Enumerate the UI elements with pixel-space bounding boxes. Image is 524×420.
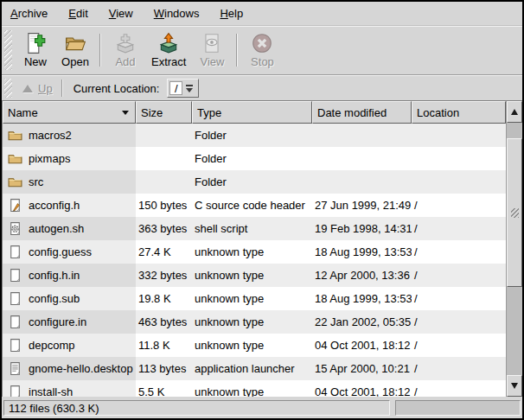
plain-file-icon: [8, 385, 22, 397]
file-type: unknown type: [195, 269, 264, 282]
c-header-file-icon: [8, 198, 22, 213]
file-date-modified: 22 Jan 2002, 05:35: [315, 315, 411, 328]
table-row[interactable]: config.h.in 332 bytes unknown type 12 Ap…: [3, 264, 506, 287]
table-row[interactable]: gnome-hello.desktop 113 bytes applicatio…: [3, 357, 506, 380]
file-size: 332 bytes: [138, 269, 187, 282]
file-location: /: [414, 199, 418, 212]
toolbar-group-separator: [236, 34, 238, 67]
stop-button-label: Stop: [251, 56, 274, 68]
plain-file-icon: [8, 338, 22, 353]
file-type: Folder: [195, 129, 227, 142]
extract-button-label: Extract: [151, 56, 186, 68]
file-location: /: [414, 292, 418, 305]
new-button-label: New: [24, 56, 47, 68]
table-header-row: NameSizeTypeDate modifiedLocation: [3, 101, 506, 124]
table-row[interactable]: depcomp 11.8 K unknown type 04 Oct 2001,…: [3, 334, 506, 357]
open-button[interactable]: Open: [55, 30, 95, 70]
file-location: /: [414, 362, 418, 375]
status-resize-area: [395, 400, 521, 416]
table-row[interactable]: src Folder: [3, 170, 506, 194]
file-name: configure.in: [29, 315, 86, 328]
combobox-dropdown-button[interactable]: [182, 81, 196, 95]
column-header-label: Location: [417, 106, 459, 119]
plain-file-icon: [8, 245, 22, 259]
scroll-up-button[interactable]: [507, 101, 522, 123]
file-size: 113 bytes: [138, 362, 186, 375]
menu-label-mnemonic: W: [154, 7, 164, 20]
launcher-file-icon: [8, 361, 22, 376]
scroll-up-icon: [511, 109, 518, 115]
menu-label: iew: [116, 7, 133, 20]
toolbar-drag-handle[interactable]: [4, 30, 12, 70]
column-header-size[interactable]: Size: [136, 101, 192, 124]
file-list-view: NameSizeTypeDate modifiedLocation macros…: [2, 100, 522, 397]
table-row[interactable]: config.sub 19.8 K unknown type 18 Aug 19…: [3, 287, 506, 310]
new-button[interactable]: New: [16, 30, 55, 70]
toolbar-group-separator: [99, 34, 101, 67]
menu-edit[interactable]: Edit: [67, 4, 89, 22]
file-type: Folder: [195, 175, 227, 188]
location-combobox[interactable]: /: [167, 79, 199, 98]
extract-button[interactable]: Extract: [145, 30, 192, 70]
location-bar-drag-handle[interactable]: [4, 79, 12, 98]
column-header-name[interactable]: Name: [3, 101, 136, 124]
location-bar: Up Current Location: /: [2, 76, 522, 100]
table-row[interactable]: config.guess 27.4 K unknown type 18 Aug …: [3, 240, 506, 264]
add-files-icon: [114, 32, 137, 54]
menu-label: indows: [164, 7, 199, 20]
file-name: config.guess: [29, 245, 92, 258]
table-row[interactable]: configure.in 463 bytes unknown type 22 J…: [3, 310, 506, 334]
menu-label-mnemonic: H: [220, 7, 227, 20]
scroll-down-icon: [511, 383, 518, 389]
file-type: unknown type: [195, 339, 264, 352]
file-location: /: [414, 269, 418, 282]
menu-view[interactable]: View: [107, 4, 135, 22]
folder-icon: [8, 128, 22, 143]
plain-file-icon: [8, 268, 22, 283]
file-location: /: [414, 245, 418, 258]
file-date-modified: 15 Apr 2000, 10:21: [315, 362, 410, 375]
plain-file-icon: [8, 291, 22, 306]
column-header-type[interactable]: Type: [192, 101, 312, 124]
shell-script-file-icon: [8, 221, 22, 236]
open-button-label: Open: [61, 56, 89, 68]
toolbar: NewOpenAddExtractViewStop: [2, 26, 522, 74]
location-combobox-value[interactable]: /: [169, 81, 182, 95]
table-row[interactable]: pixmaps Folder: [3, 147, 506, 170]
table-row[interactable]: acconfig.h 150 bytes C source code heade…: [3, 194, 506, 217]
column-header-location[interactable]: Location: [412, 101, 506, 124]
menu-help[interactable]: Help: [218, 4, 245, 22]
plain-file-icon: [8, 315, 22, 329]
file-type: application launcher: [195, 362, 295, 375]
file-type: unknown type: [195, 292, 264, 305]
file-type: unknown type: [195, 315, 264, 328]
vertical-scrollbar[interactable]: [506, 101, 522, 397]
file-name: config.h.in: [29, 269, 80, 282]
table-row[interactable]: macros2 Folder: [3, 124, 506, 147]
file-name: autogen.sh: [29, 222, 84, 235]
file-type: shell script: [195, 222, 247, 235]
scroll-down-button[interactable]: [507, 375, 522, 397]
file-date-modified: 12 Apr 2000, 13:36: [315, 269, 410, 282]
file-name: config.sub: [29, 292, 80, 305]
file-size: 363 bytes: [138, 222, 187, 235]
menu-windows[interactable]: Windows: [152, 4, 201, 22]
table-row[interactable]: autogen.sh 363 bytes shell script 19 Feb…: [3, 217, 506, 240]
extract-icon: [157, 32, 180, 54]
menu-archive[interactable]: Archive: [9, 4, 49, 22]
file-table: NameSizeTypeDate modifiedLocation macros…: [3, 101, 506, 397]
add-button: Add: [105, 30, 145, 70]
archive-manager-window: ArchiveEditViewWindowsHelp NewOpenAddExt…: [0, 0, 524, 420]
table-row[interactable]: install-sh 5.5 K unknown type 04 Oct 200…: [3, 380, 506, 397]
table-body: macros2 Folder pixmaps Folder src Folder…: [3, 124, 506, 397]
file-size: 150 bytes: [138, 199, 187, 212]
file-name: gnome-hello.desktop: [29, 362, 133, 375]
file-name: pixmaps: [29, 152, 70, 165]
folder-icon: [8, 175, 22, 189]
file-name: acconfig.h: [29, 199, 80, 212]
file-name: install-sh: [29, 385, 73, 397]
scrollbar-thumb[interactable]: [507, 138, 522, 287]
column-header-date[interactable]: Date modified: [312, 101, 412, 124]
scrollbar-trough[interactable]: [507, 123, 522, 375]
location-bar-separator: [61, 80, 63, 97]
